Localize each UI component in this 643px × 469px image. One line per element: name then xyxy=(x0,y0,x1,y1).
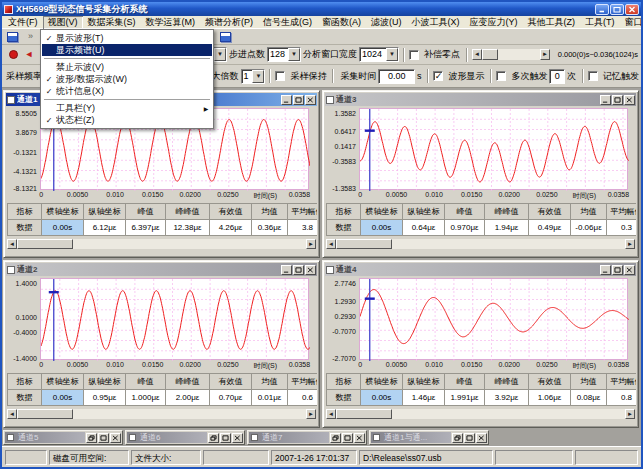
channel-minimize-button[interactable] xyxy=(281,95,292,105)
restore-button[interactable] xyxy=(208,433,219,443)
menubar-item-7[interactable]: 窗函数(A) xyxy=(317,16,366,29)
scroll-left-icon[interactable]: ◄ xyxy=(472,49,482,60)
acquisition-time-input[interactable]: 0.00 xyxy=(378,69,415,84)
multi-trigger-checkbox[interactable] xyxy=(496,71,506,81)
minimized-window-4[interactable]: 通道1与通... xyxy=(369,430,489,445)
menubar-item-9[interactable]: 小波工具(X) xyxy=(407,16,465,29)
scrollbar-track[interactable] xyxy=(336,239,625,249)
view-menu-item-4[interactable]: 禁止示波(V) xyxy=(42,61,212,73)
maximize-button[interactable] xyxy=(464,433,475,443)
position-scrollbar[interactable]: ◄ ► xyxy=(472,49,550,60)
scrollbar-thumb[interactable] xyxy=(336,409,392,419)
channel-maximize-button[interactable] xyxy=(612,265,623,275)
scrollbar-track[interactable] xyxy=(17,239,306,249)
menubar-item-3[interactable]: 数据采集(S) xyxy=(83,16,141,29)
scroll-right-icon[interactable]: ► xyxy=(540,49,550,60)
channel-minimize-button[interactable] xyxy=(600,265,611,275)
channel-maximize-button[interactable] xyxy=(612,95,623,105)
minimized-window-2[interactable]: 通道6 xyxy=(125,430,245,445)
scroll-left-icon[interactable]: ◄ xyxy=(7,409,17,419)
channel-maximize-button[interactable] xyxy=(293,95,304,105)
menubar-item-5[interactable]: 频谱分析(P) xyxy=(200,16,258,29)
view-menu-item-9[interactable]: ✓状态栏(Z) xyxy=(42,114,212,126)
minimize-button[interactable] xyxy=(595,4,609,15)
tile-windows-toolbar-button[interactable] xyxy=(218,30,233,43)
scroll-right-icon[interactable]: ► xyxy=(306,409,316,419)
scrollbar-track[interactable] xyxy=(336,409,625,419)
close-button[interactable] xyxy=(625,4,639,15)
sample-hold-checkbox[interactable] xyxy=(275,71,285,81)
gain-select[interactable]: 1▼ xyxy=(241,69,266,84)
scroll-left-icon[interactable]: ◄ xyxy=(7,239,17,249)
minimized-window-titlebar[interactable]: 通道7 xyxy=(249,432,329,443)
menubar-item-4[interactable]: 数学运算(M) xyxy=(141,16,201,29)
view-menu-item-1[interactable]: ✓显示波形(T) xyxy=(42,32,212,44)
new-window-toolbar-button[interactable] xyxy=(5,30,20,43)
scroll-left-icon[interactable]: ◄ xyxy=(326,239,336,249)
open-toolbar-button[interactable]: » xyxy=(23,30,38,43)
memory-trigger-checkbox[interactable] xyxy=(588,71,598,81)
record-button[interactable] xyxy=(5,47,21,63)
menubar-item-11[interactable]: 其他工具(Z) xyxy=(523,16,581,29)
view-menu-item-6[interactable]: ✓统计信息(X) xyxy=(42,85,212,97)
minimized-window-titlebar[interactable]: 通道6 xyxy=(127,432,207,443)
scroll-right-icon[interactable]: ► xyxy=(306,239,316,249)
restore-button[interactable] xyxy=(86,433,97,443)
scrollbar-thumb[interactable] xyxy=(482,49,498,60)
menubar-item-1[interactable]: 文件(F) xyxy=(3,16,43,29)
window-titlebar[interactable]: XH5699型动态信号采集分析系统 xyxy=(2,2,641,16)
playback-reverse-button[interactable]: ◄ xyxy=(21,47,37,63)
menubar-item-6[interactable]: 信号生成(G) xyxy=(258,16,317,29)
close-button[interactable] xyxy=(232,433,243,443)
scroll-left-icon[interactable]: ◄ xyxy=(326,409,336,419)
maximize-button[interactable] xyxy=(98,433,109,443)
waveform-plot[interactable] xyxy=(359,108,628,190)
minimized-window-titlebar[interactable]: 通道5 xyxy=(5,432,85,443)
table-scrollbar[interactable]: ◄► xyxy=(326,409,635,419)
channel-window-titlebar[interactable]: 通道2 xyxy=(6,263,317,276)
scrollbar-track[interactable] xyxy=(482,49,540,60)
close-button[interactable] xyxy=(476,433,487,443)
scrollbar-track[interactable] xyxy=(17,409,306,419)
restore-button[interactable] xyxy=(452,433,463,443)
channel-close-button[interactable] xyxy=(305,265,316,275)
view-menu-item-2[interactable]: 显示频谱(U) xyxy=(42,44,212,56)
minimized-window-titlebar[interactable]: 通道1与通... xyxy=(371,432,451,443)
menubar-item-2[interactable]: 视图(V) xyxy=(43,16,83,29)
close-button[interactable] xyxy=(354,433,365,443)
restore-button[interactable] xyxy=(330,433,341,443)
maximize-button[interactable] xyxy=(610,4,624,15)
scroll-right-icon[interactable]: ► xyxy=(625,239,635,249)
channel-window-titlebar[interactable]: 通道4 xyxy=(325,263,636,276)
waveform-plot[interactable] xyxy=(40,278,309,360)
view-menu-item-8[interactable]: 工具栏(Y)▶ xyxy=(42,102,212,114)
channel-minimize-button[interactable] xyxy=(281,265,292,275)
zero-compensation-checkbox[interactable] xyxy=(409,50,419,60)
analysis-window-width-select[interactable]: 1024▼ xyxy=(359,47,399,62)
table-scrollbar[interactable]: ◄► xyxy=(326,239,635,249)
menubar-item-10[interactable]: 应变应力(Y) xyxy=(465,16,523,29)
minimized-window-3[interactable]: 通道7 xyxy=(247,430,367,445)
table-scrollbar[interactable]: ◄► xyxy=(7,239,316,249)
channel-close-button[interactable] xyxy=(624,265,635,275)
wave-display-checkbox[interactable]: ✓ xyxy=(433,71,443,81)
minimized-window-1[interactable]: 通道5 xyxy=(3,430,123,445)
multi-trigger-input[interactable]: 0 xyxy=(549,69,565,84)
waveform-plot[interactable] xyxy=(359,278,628,360)
maximize-button[interactable] xyxy=(220,433,231,443)
close-button[interactable] xyxy=(110,433,121,443)
view-menu-item-5[interactable]: ✓波形/数据示波(W) xyxy=(42,73,212,85)
menubar-item-13[interactable]: 窗口(W) xyxy=(620,16,643,29)
scrollbar-thumb[interactable] xyxy=(336,239,392,249)
channel-close-button[interactable] xyxy=(305,95,316,105)
channel-maximize-button[interactable] xyxy=(293,265,304,275)
table-scrollbar[interactable]: ◄► xyxy=(7,409,316,419)
channel-minimize-button[interactable] xyxy=(600,95,611,105)
scrollbar-thumb[interactable] xyxy=(17,409,73,419)
menubar-item-12[interactable]: 工具(T) xyxy=(580,16,620,29)
scroll-right-icon[interactable]: ► xyxy=(625,409,635,419)
step-points-select[interactable]: 128▼ xyxy=(267,47,301,62)
channel-close-button[interactable] xyxy=(624,95,635,105)
maximize-button[interactable] xyxy=(342,433,353,443)
menubar-item-8[interactable]: 滤波(U) xyxy=(366,16,407,29)
